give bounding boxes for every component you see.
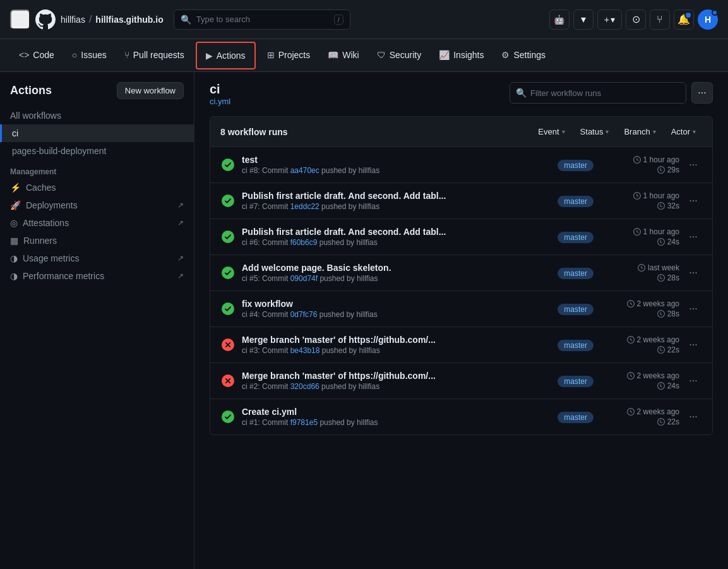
table-row[interactable]: Merge branch 'master' of https://github.… — [210, 363, 712, 399]
workflow-header: ci ci.yml 🔍 ··· — [210, 82, 713, 106]
table-row[interactable]: Add welcome page. Basic skeleton. ci #5:… — [210, 255, 712, 291]
main-layout: Actions New workflow All workflows cipag… — [0, 72, 728, 569]
tab-wiki[interactable]: 📖 Wiki — [319, 39, 367, 72]
filter-more-button[interactable]: ··· — [691, 82, 713, 104]
run-status-icon — [220, 193, 236, 208]
sidebar-management-left: ▦ Runners — [10, 236, 57, 246]
tab-issues[interactable]: ○ Issues — [63, 39, 116, 72]
sidebar-workflow-pages-build-deployment[interactable]: pages-build-deployment — [0, 142, 194, 160]
run-branch: master — [558, 196, 594, 206]
status-filter[interactable]: Status ▾ — [574, 124, 616, 139]
copilot-button[interactable]: 🤖 — [549, 9, 570, 30]
sidebar-management-usage-metrics[interactable]: ◑ Usage metrics ↗ — [0, 249, 194, 267]
table-row[interactable]: Merge branch 'master' of https://github.… — [210, 327, 712, 363]
tab-security[interactable]: 🛡 Security — [368, 39, 431, 72]
avatar[interactable]: H — [698, 9, 718, 30]
run-info: Merge branch 'master' of https://github.… — [242, 335, 547, 355]
commit-link[interactable]: 1eddc22 — [290, 202, 319, 211]
copilot-dropdown[interactable]: ▾ — [573, 9, 594, 30]
commit-link[interactable]: 090d74f — [290, 274, 318, 283]
sidebar-management-deployments[interactable]: 🚀 Deployments ↗ — [0, 196, 194, 214]
run-duration: 32s — [604, 201, 679, 210]
search-bar[interactable]: 🔍 Type to search / — [174, 9, 350, 30]
run-more-button[interactable]: ··· — [684, 264, 702, 282]
performance-metrics-label: Performance metrics — [23, 271, 104, 281]
tab-settings[interactable]: ⚙ Settings — [492, 39, 554, 72]
sidebar-workflow-ci[interactable]: ci — [0, 124, 194, 142]
run-more-button[interactable]: ··· — [684, 336, 702, 354]
plus-dropdown-icon: ▾ — [611, 15, 615, 25]
notifications-button[interactable]: 🔔 — [674, 9, 694, 30]
run-status-icon — [220, 337, 236, 352]
run-more-button[interactable]: ··· — [684, 372, 702, 390]
github-logo — [35, 9, 56, 30]
run-timing: 2 weeks ago 28s — [604, 299, 679, 318]
sidebar-management: ⚡ Caches 🚀 Deployments ↗ ◎ Attestations … — [0, 179, 194, 285]
sidebar-management-attestations[interactable]: ◎ Attestations ↗ — [0, 214, 194, 232]
sidebar-management-performance-metrics[interactable]: ◑ Performance metrics ↗ — [0, 267, 194, 285]
pull-requests-button[interactable]: ⑂ — [650, 9, 670, 30]
tab-code[interactable]: <> Code — [10, 39, 63, 72]
table-row[interactable]: test ci #8: Commit aa470ec pushed by hil… — [210, 147, 712, 183]
run-more-button[interactable]: ··· — [684, 192, 702, 210]
run-time: 1 hour ago — [604, 227, 679, 236]
table-row[interactable]: fix workflow ci #4: Commit 0d7fc76 pushe… — [210, 291, 712, 327]
tab-actions[interactable]: ▶ Actions — [196, 42, 256, 69]
actor-filter[interactable]: Actor ▾ — [665, 124, 702, 139]
commit-link[interactable]: 320cd66 — [290, 382, 319, 391]
actions-icon: ▶ — [206, 51, 213, 61]
commit-link[interactable]: f60b6c9 — [290, 238, 318, 247]
run-time: 2 weeks ago — [604, 299, 679, 308]
breadcrumb-repo[interactable]: hillfias.github.io — [95, 15, 163, 25]
sidebar-management-left: ◑ Performance metrics — [10, 271, 104, 281]
new-workflow-button[interactable]: New workflow — [117, 82, 184, 99]
runs-table: 8 workflow runs Event ▾ Status ▾ Branch … — [210, 116, 713, 435]
pr-icon: ⑂ — [124, 50, 129, 60]
deployments-label: Deployments — [26, 200, 78, 210]
run-meta: ci #1: Commit f9781e5 pushed by hillfias — [242, 418, 547, 427]
filter-input[interactable] — [510, 82, 686, 104]
run-more-button[interactable]: ··· — [684, 300, 702, 318]
commit-link[interactable]: 0d7fc76 — [290, 310, 318, 319]
sidebar-management-runners[interactable]: ▦ Runners — [0, 232, 194, 249]
run-time: 1 hour ago — [604, 191, 679, 200]
run-branch: master — [558, 268, 594, 278]
sidebar-management-left: ⚡ Caches — [10, 183, 56, 193]
tab-pull-requests[interactable]: ⑂ Pull requests — [116, 39, 193, 72]
sidebar-management-left: 🚀 Deployments — [10, 200, 78, 210]
breadcrumb-user[interactable]: hillfias — [61, 15, 85, 25]
run-status-icon — [220, 409, 236, 424]
sidebar-management-caches[interactable]: ⚡ Caches — [0, 179, 194, 196]
run-branch: master — [558, 304, 594, 314]
run-more-button[interactable]: ··· — [684, 228, 702, 246]
run-duration: 28s — [604, 273, 679, 282]
tab-projects[interactable]: ⊞ Projects — [258, 39, 319, 72]
commit-link[interactable]: be43b18 — [290, 346, 320, 355]
issues-button[interactable]: ⊙ — [626, 9, 646, 30]
run-more-button[interactable]: ··· — [684, 408, 702, 426]
run-timing: last week 28s — [604, 263, 679, 282]
run-name: fix workflow — [242, 299, 547, 309]
table-row[interactable]: Create ci.yml ci #1: Commit f9781e5 push… — [210, 399, 712, 434]
event-filter[interactable]: Event ▾ — [532, 124, 571, 139]
commit-link[interactable]: aa470ec — [290, 166, 319, 175]
workflow-filter-row: 🔍 ··· — [510, 82, 713, 104]
filter-search-icon: 🔍 — [516, 88, 527, 98]
branch-filter[interactable]: Branch ▾ — [618, 124, 662, 139]
insights-icon: 📈 — [439, 50, 450, 60]
run-status-icon — [220, 157, 236, 172]
create-button[interactable]: + ▾ — [597, 9, 622, 30]
tab-insights[interactable]: 📈 Insights — [430, 39, 492, 72]
branch-badge: master — [558, 232, 594, 243]
run-more-button[interactable]: ··· — [684, 156, 702, 174]
hamburger-button[interactable] — [10, 9, 30, 30]
sidebar-title: Actions — [10, 84, 52, 97]
runners-label: Runners — [23, 236, 57, 246]
branch-badge: master — [558, 376, 594, 387]
commit-link[interactable]: f9781e5 — [290, 418, 318, 427]
avatar-dot — [712, 9, 718, 16]
table-row[interactable]: Publish first article draft. And second.… — [210, 219, 712, 255]
workflow-file[interactable]: ci.yml — [210, 97, 230, 106]
sidebar-all-workflows[interactable]: All workflows — [0, 107, 194, 124]
table-row[interactable]: Publish first article draft. And second.… — [210, 183, 712, 219]
